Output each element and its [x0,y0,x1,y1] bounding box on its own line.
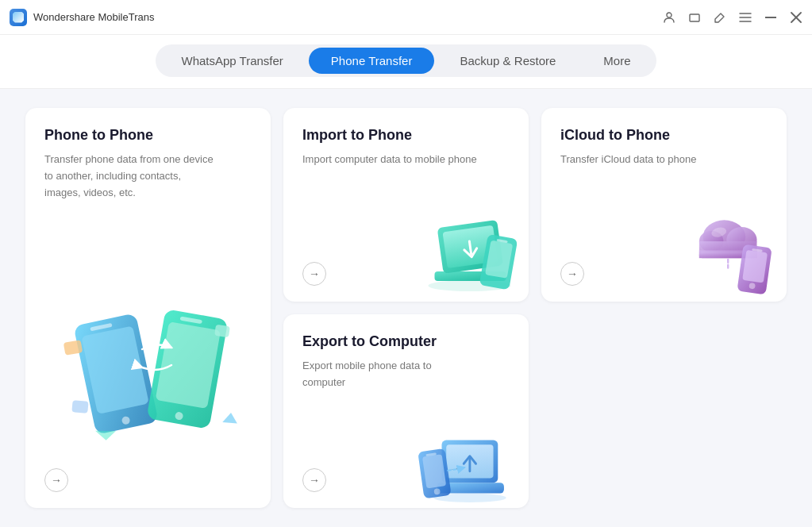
tab-phone[interactable]: Phone Transfer [309,48,435,74]
card-arrow-import[interactable]: → [302,262,326,286]
card-desc-export: Export mobile phone data to computer [302,358,477,391]
card-icloud-to-phone[interactable]: iCloud to Phone Transfer iCloud data to … [541,108,787,302]
svg-rect-18 [71,400,88,414]
tab-backup[interactable]: Backup & Restore [437,48,578,74]
nav-tabs: WhatsApp Transfer Phone Transfer Backup … [156,44,656,77]
tab-whatsapp[interactable]: WhatsApp Transfer [159,48,305,74]
svg-rect-33 [742,250,768,283]
card-title-icloud: iCloud to Phone [560,127,768,144]
titlebar: Wondershare MobileTrans [0,0,812,35]
card-title-import: Import to Phone [302,127,510,144]
card-arrow-phone-to-phone[interactable]: → [44,468,68,492]
card-arrow-icloud[interactable]: → [560,262,584,286]
minimize-button[interactable] [764,11,777,24]
card-phone-to-phone[interactable]: Phone to Phone Transfer phone data from … [25,108,271,508]
tab-more[interactable]: More [581,48,652,74]
window-button[interactable] [688,11,701,24]
edit-button[interactable] [714,11,726,24]
card-import-to-phone[interactable]: Import to Phone Import computer data to … [283,108,529,302]
app-title: Wondershare MobileTrans [33,11,154,23]
titlebar-controls [663,11,802,24]
card-desc-phone-to-phone: Transfer phone data from one device to a… [44,152,219,201]
card-arrow-export[interactable]: → [302,468,326,492]
svg-point-0 [667,13,672,17]
account-button[interactable] [663,11,675,24]
card-title-phone-to-phone: Phone to Phone [44,127,252,144]
card-desc-import: Import computer data to mobile phone [302,152,477,168]
card-desc-icloud: Transfer iCloud data to phone [560,152,735,168]
phone-to-phone-illustration [44,201,252,468]
navbar: WhatsApp Transfer Phone Transfer Backup … [0,35,812,89]
menu-button[interactable] [739,11,752,24]
main-content: Phone to Phone Transfer phone data from … [0,89,812,527]
app-icon [10,9,27,26]
card-title-export: Export to Computer [302,333,510,350]
close-button[interactable] [790,11,802,24]
svg-rect-1 [690,14,699,21]
titlebar-left: Wondershare MobileTrans [10,9,154,26]
svg-rect-17 [214,325,230,337]
card-export-to-computer[interactable]: Export to Computer Export mobile phone d… [283,314,529,508]
